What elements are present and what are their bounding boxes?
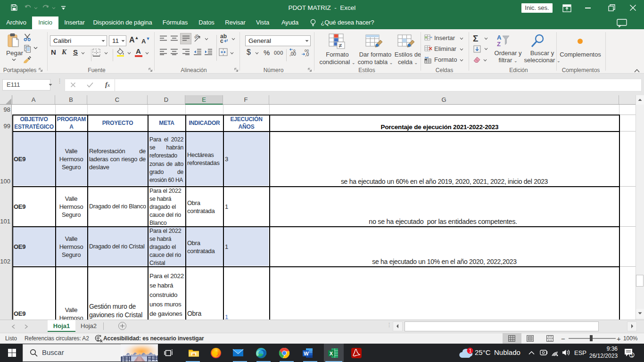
svg-text:c: c (220, 38, 223, 43)
svg-text:A: A (497, 34, 502, 41)
svg-text:,0: ,0 (305, 52, 309, 57)
svg-text:1: 1 (631, 353, 633, 358)
svg-text:W: W (304, 351, 309, 356)
svg-text:X: X (330, 351, 333, 356)
svg-text:,00: ,00 (289, 51, 296, 57)
svg-text:ab: ab (194, 34, 199, 40)
svg-text:≠: ≠ (339, 42, 342, 49)
svg-text:Z: Z (497, 41, 501, 48)
svg-text:1: 1 (469, 348, 472, 354)
